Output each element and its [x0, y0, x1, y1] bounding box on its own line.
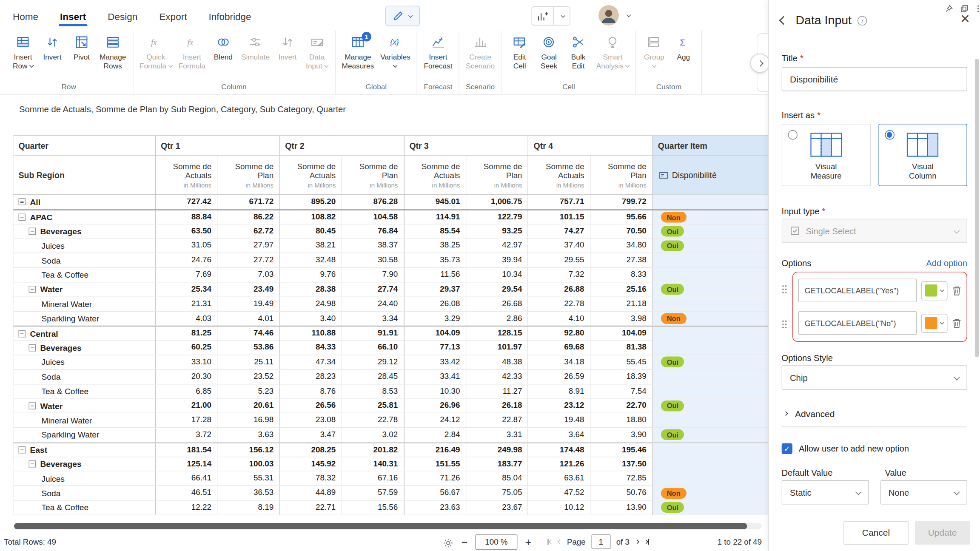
value-cell[interactable]: 137.50	[591, 457, 653, 471]
value-cell[interactable]: 9.76	[280, 268, 342, 282]
value-cell[interactable]: 3.63	[218, 428, 280, 442]
collapse-icon[interactable]	[29, 344, 36, 351]
quarter-header[interactable]: Qtr 1	[156, 136, 280, 155]
data-input-cell[interactable]: Non	[653, 312, 768, 326]
user-menu[interactable]	[598, 5, 630, 26]
value-cell[interactable]: 34.18	[529, 355, 591, 369]
measure-header[interactable]: Somme deActualsin Millions	[529, 156, 591, 195]
quarter-header[interactable]: Qtr 2	[280, 136, 404, 155]
ribbon-button-goal-seek[interactable]: GoalSeek	[534, 31, 564, 82]
row-label[interactable]: Beverages	[14, 457, 156, 471]
value-cell[interactable]: 21.00	[156, 399, 218, 413]
row-label[interactable]: Soda	[14, 370, 156, 384]
value-cell[interactable]: 26.08	[404, 297, 466, 311]
data-input-cell[interactable]: Oui	[653, 501, 768, 515]
value-cell[interactable]: 25.11	[218, 355, 280, 369]
option-value-input[interactable]: GETLOCALELABEL("No")	[798, 311, 917, 335]
value-cell[interactable]: 37.40	[529, 239, 591, 253]
value-cell[interactable]: 78.32	[280, 471, 342, 486]
row-label[interactable]: Tea & Coffee	[14, 268, 156, 282]
value-cell[interactable]: 66.10	[342, 341, 404, 355]
value-cell[interactable]: 29.12	[342, 355, 404, 369]
page-number-input[interactable]: 1	[591, 534, 610, 549]
value-cell[interactable]: 22.71	[280, 501, 342, 515]
value-cell[interactable]: 27.74	[342, 282, 404, 296]
value-cell[interactable]: 104.58	[342, 210, 404, 224]
data-input-cell[interactable]	[653, 341, 768, 355]
data-input-cell[interactable]: Oui	[653, 224, 768, 238]
value-cell[interactable]: 85.04	[466, 471, 528, 486]
default-value-select[interactable]: Static	[782, 480, 869, 505]
data-input-cell[interactable]	[653, 268, 768, 282]
row-label[interactable]: Tea & Coffee	[14, 501, 156, 515]
value-cell[interactable]: 12.22	[156, 501, 218, 515]
value-cell[interactable]: 95.66	[591, 210, 653, 224]
value-cell[interactable]: 22.87	[466, 413, 528, 427]
insert-as-visual-column[interactable]: Visual Column	[878, 124, 967, 186]
chip-no[interactable]: Non	[661, 313, 686, 324]
row-label[interactable]: Juices	[14, 471, 156, 486]
zoom-level-input[interactable]: 100 %	[475, 534, 517, 550]
value-cell[interactable]: 3.40	[280, 312, 342, 326]
value-cell[interactable]: 33.41	[404, 370, 466, 384]
value-cell[interactable]: 10.12	[529, 501, 591, 515]
value-cell[interactable]: 86.22	[218, 210, 280, 224]
value-cell[interactable]: 55.31	[218, 471, 280, 486]
row-label[interactable]: APAC	[14, 210, 156, 224]
dots-grid-icon[interactable]	[976, 5, 980, 13]
value-cell[interactable]: 76.84	[342, 224, 404, 238]
value-cell[interactable]: 125.14	[156, 457, 218, 471]
value-cell[interactable]: 38.25	[404, 239, 466, 253]
value-cell[interactable]: 22.78	[529, 297, 591, 311]
value-cell[interactable]: 3.47	[280, 428, 342, 442]
options-style-select[interactable]: Chip	[782, 366, 968, 390]
ribbon-button-manage-rows[interactable]: ManageRows	[97, 31, 129, 82]
input-type-select[interactable]: Single Select	[782, 219, 968, 243]
option-value-input[interactable]: GETLOCALELABEL("Yes")	[798, 279, 917, 303]
data-input-cell[interactable]	[653, 384, 768, 398]
measure-header[interactable]: Somme deActualsin Millions	[280, 156, 342, 195]
data-input-cell[interactable]: Non	[653, 210, 768, 224]
collapse-icon[interactable]	[19, 214, 26, 221]
data-input-cell[interactable]	[653, 457, 768, 471]
value-cell[interactable]: 75.05	[466, 486, 528, 500]
value-cell[interactable]: 3.72	[156, 428, 218, 442]
value-cell[interactable]: 104.09	[404, 327, 466, 340]
ribbon-button-group[interactable]: Group	[639, 31, 669, 82]
value-cell[interactable]: 44.89	[280, 486, 342, 500]
ribbon-overflow-button[interactable]	[750, 54, 768, 73]
title-input[interactable]: Disponibilité	[782, 67, 968, 91]
value-cell[interactable]: 21.31	[156, 297, 218, 311]
data-input-cell[interactable]	[653, 443, 768, 457]
ribbon-button-manage-measures[interactable]: 1ManageMeasures	[339, 31, 377, 82]
value-cell[interactable]: 3.02	[342, 428, 404, 442]
value-cell[interactable]: 1,006.75	[466, 195, 528, 209]
value-cell[interactable]: 128.15	[466, 327, 528, 340]
ribbon-button-invert-column[interactable]: Invert	[273, 31, 302, 82]
ribbon-button-aggregate[interactable]: ΣAgg	[669, 31, 698, 82]
chip-yes[interactable]: Oui	[661, 284, 684, 295]
value-cell[interactable]: 7.32	[529, 268, 591, 282]
value-cell[interactable]: 74.46	[218, 327, 280, 340]
pin-icon[interactable]	[945, 5, 954, 13]
value-cell[interactable]: 28.45	[342, 370, 404, 384]
info-icon[interactable]: i	[858, 16, 867, 26]
value-cell[interactable]: 27.72	[218, 253, 280, 267]
value-cell[interactable]: 33.42	[404, 355, 466, 369]
value-cell[interactable]: 7.69	[156, 268, 218, 282]
value-cell[interactable]: 140.31	[342, 457, 404, 471]
value-cell[interactable]: 201.82	[342, 443, 404, 457]
value-cell[interactable]: 24.76	[156, 253, 218, 267]
value-cell[interactable]: 4.10	[529, 312, 591, 326]
value-cell[interactable]: 38.21	[280, 239, 342, 253]
data-input-cell[interactable]: Oui	[653, 428, 768, 442]
row-label[interactable]: Soda	[14, 253, 156, 267]
edit-mode-button[interactable]	[385, 6, 420, 26]
row-label[interactable]: Mineral Water	[14, 413, 156, 427]
value-cell[interactable]: 208.25	[280, 443, 342, 457]
value-cell[interactable]: 42.33	[466, 370, 528, 384]
next-page-button[interactable]	[635, 540, 638, 544]
value-cell[interactable]: 33.10	[156, 355, 218, 369]
value-cell[interactable]: 3.29	[404, 312, 466, 326]
option-color-picker[interactable]	[921, 313, 948, 332]
